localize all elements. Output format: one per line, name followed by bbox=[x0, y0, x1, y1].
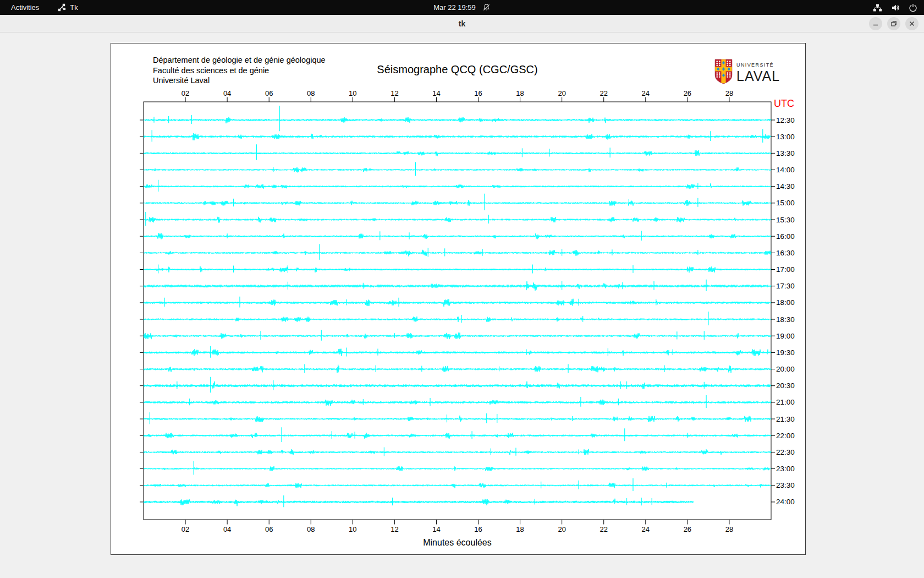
x-tick-label-top: 18 bbox=[516, 89, 524, 97]
network-icon bbox=[873, 3, 882, 12]
x-tick-label-top: 22 bbox=[600, 89, 607, 97]
seismo-trace bbox=[144, 233, 771, 239]
x-tick-label-bottom: 28 bbox=[725, 525, 733, 533]
seismo-trace bbox=[144, 183, 771, 189]
utc-time-label: 15:00 bbox=[776, 199, 795, 207]
utc-time-label: 13:00 bbox=[776, 133, 795, 141]
x-tick-label-bottom: 16 bbox=[474, 525, 482, 533]
close-button[interactable] bbox=[905, 17, 919, 30]
seismo-trace bbox=[144, 499, 694, 506]
x-tick-label-top: 02 bbox=[182, 89, 189, 97]
app-indicator-label: Tk bbox=[70, 3, 78, 12]
x-tick-label-top: 04 bbox=[223, 89, 231, 97]
x-tick-label-bottom: 08 bbox=[307, 525, 315, 533]
seismo-trace bbox=[144, 381, 771, 389]
utc-time-label: 14:30 bbox=[776, 182, 795, 190]
x-tick-label-bottom: 22 bbox=[600, 525, 607, 533]
utc-time-label: 20:00 bbox=[776, 365, 795, 373]
seismo-trace bbox=[144, 266, 771, 272]
seismo-trace bbox=[144, 449, 771, 455]
tk-icon bbox=[58, 3, 66, 12]
seismo-trace bbox=[144, 281, 771, 291]
seismo-trace bbox=[144, 117, 771, 123]
x-tick-label-bottom: 04 bbox=[223, 525, 231, 533]
x-tick-label-top: 26 bbox=[684, 89, 691, 97]
utc-time-label: 15:30 bbox=[776, 216, 795, 224]
app-indicator[interactable]: Tk bbox=[58, 3, 78, 12]
x-tick-label-top: 10 bbox=[349, 89, 356, 97]
utc-time-label: 16:00 bbox=[776, 232, 795, 241]
seismo-trace bbox=[144, 250, 771, 257]
utc-time-label: 23:00 bbox=[776, 465, 795, 473]
x-tick-label-bottom: 14 bbox=[432, 525, 440, 533]
minimize-button[interactable] bbox=[869, 17, 882, 30]
x-tick-label-top: 24 bbox=[642, 89, 650, 97]
bell-muted-icon bbox=[482, 3, 491, 12]
utc-time-label: 13:30 bbox=[776, 149, 795, 157]
utc-time-label: 19:00 bbox=[776, 332, 795, 340]
app-content: Département de géologie et de génie géol… bbox=[0, 33, 924, 578]
x-tick-label-top: 14 bbox=[432, 89, 440, 97]
utc-time-label: 14:00 bbox=[776, 166, 795, 174]
utc-time-label: 17:00 bbox=[776, 265, 795, 274]
utc-time-label: 22:00 bbox=[776, 432, 795, 440]
x-tick-label-top: 12 bbox=[391, 89, 398, 97]
seismo-trace bbox=[144, 133, 771, 140]
x-tick-label-top: 20 bbox=[558, 89, 565, 97]
x-tick-label-top: 28 bbox=[725, 89, 733, 97]
seismo-trace bbox=[144, 433, 771, 439]
seismo-trace bbox=[144, 167, 771, 173]
x-tick-label-bottom: 18 bbox=[516, 525, 524, 533]
utc-time-label: 23:30 bbox=[776, 481, 795, 489]
system-top-bar: Activities Tk Mar 22 bbox=[0, 0, 924, 15]
utc-time-label: 16:30 bbox=[776, 249, 795, 257]
volume-icon bbox=[891, 3, 900, 12]
utc-time-label: 24:00 bbox=[776, 498, 795, 506]
seismo-trace bbox=[144, 366, 771, 373]
plot-frame bbox=[144, 102, 771, 520]
utc-time-label: 21:30 bbox=[776, 415, 795, 423]
x-tick-label-top: 08 bbox=[307, 89, 315, 97]
utc-time-label: 19:30 bbox=[776, 348, 795, 357]
utc-time-label: 21:00 bbox=[776, 398, 795, 406]
clock[interactable]: Mar 22 19:59 bbox=[433, 3, 476, 12]
utc-time-label: 18:00 bbox=[776, 298, 795, 307]
utc-time-label: 12:30 bbox=[776, 116, 795, 124]
x-axis-title: Minutes écoulées bbox=[144, 538, 771, 548]
restore-button[interactable] bbox=[887, 17, 900, 30]
system-status-area[interactable] bbox=[873, 0, 917, 15]
utc-time-label: 18:30 bbox=[776, 315, 795, 324]
seismo-trace bbox=[144, 349, 771, 356]
activities-button[interactable]: Activities bbox=[8, 2, 42, 13]
x-tick-label-bottom: 26 bbox=[684, 525, 691, 533]
power-icon bbox=[909, 3, 917, 12]
seismo-trace bbox=[144, 400, 771, 406]
window-title: tk bbox=[459, 19, 465, 28]
seismo-trace bbox=[144, 200, 771, 206]
utc-time-label: 20:30 bbox=[776, 381, 795, 390]
screen: Activities Tk Mar 22 bbox=[0, 0, 924, 578]
seismo-trace bbox=[144, 416, 771, 422]
x-tick-label-bottom: 06 bbox=[265, 525, 273, 533]
x-tick-label-bottom: 20 bbox=[558, 525, 565, 533]
x-tick-label-bottom: 12 bbox=[391, 525, 398, 533]
seismograph-plot: 0202040406060808101012121414161618182020… bbox=[111, 43, 806, 555]
x-tick-label-bottom: 10 bbox=[349, 525, 356, 533]
seismo-trace bbox=[144, 317, 771, 322]
window-titlebar[interactable]: tk bbox=[0, 15, 924, 32]
seismo-trace bbox=[144, 483, 771, 488]
seismograph-canvas: Département de géologie et de génie géol… bbox=[111, 43, 806, 555]
utc-time-label: 17:30 bbox=[776, 282, 795, 290]
x-tick-label-top: 16 bbox=[474, 89, 482, 97]
x-tick-label-bottom: 24 bbox=[642, 525, 650, 533]
seismo-trace bbox=[144, 217, 771, 223]
seismo-trace bbox=[144, 150, 771, 156]
seismo-trace bbox=[144, 466, 771, 471]
utc-time-label: 22:30 bbox=[776, 448, 795, 456]
x-tick-label-top: 06 bbox=[265, 89, 273, 97]
x-tick-label-bottom: 02 bbox=[182, 525, 189, 533]
seismo-trace bbox=[144, 299, 771, 307]
